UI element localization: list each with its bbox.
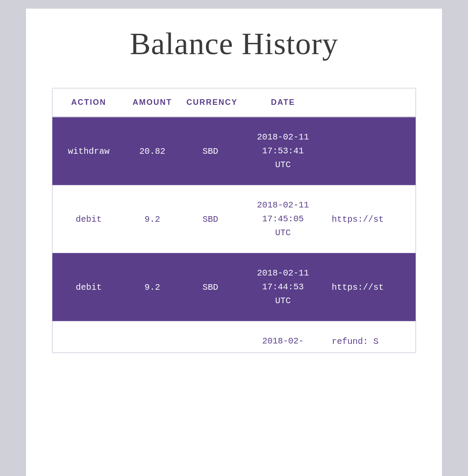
balance-history-table-wrapper: ACTION AMOUNT CURRENCY DATE withdraw20.8… <box>52 88 416 353</box>
header-date: DATE <box>241 88 325 117</box>
header-action: ACTION <box>52 88 125 117</box>
header-currency: CURRENCY <box>179 88 241 117</box>
cell-currency: SBD <box>179 117 241 185</box>
cell-action: debit <box>52 185 125 253</box>
cell-currency: SBD <box>179 185 241 253</box>
table-row: debit9.2SBD2018-02-11 17:45:05 UTChttps:… <box>52 185 416 253</box>
cell-date: 2018-02- <box>241 321 325 353</box>
cell-action: withdraw <box>52 117 125 185</box>
cell-amount: 9.2 <box>125 253 180 321</box>
cell-date: 2018-02-11 17:45:05 UTC <box>241 185 325 253</box>
page-title: Balance History <box>52 26 416 62</box>
cell-link[interactable]: https://st <box>325 253 416 321</box>
table-row: withdraw20.82SBD2018-02-11 17:53:41 UTC <box>52 117 416 185</box>
cell-date: 2018-02-11 17:53:41 UTC <box>241 117 325 185</box>
table-header: ACTION AMOUNT CURRENCY DATE <box>52 88 416 117</box>
cell-amount: 9.2 <box>125 185 180 253</box>
cell-link[interactable]: https://st <box>325 185 416 253</box>
cell-action <box>52 321 125 353</box>
table-row: debit9.2SBD2018-02-11 17:44:53 UTChttps:… <box>52 253 416 321</box>
page-container: Balance History ACTION AMOUNT CURRENCY D… <box>26 9 442 476</box>
cell-action: debit <box>52 253 125 321</box>
cell-currency: SBD <box>179 253 241 321</box>
cell-currency <box>179 321 241 353</box>
cell-amount <box>125 321 180 353</box>
cell-link[interactable]: refund: S <box>325 321 416 353</box>
table-row: 2018-02-refund: S <box>52 321 416 353</box>
header-link <box>325 88 416 117</box>
cell-amount: 20.82 <box>125 117 180 185</box>
cell-link <box>325 117 416 185</box>
header-amount: AMOUNT <box>125 88 180 117</box>
table-body: withdraw20.82SBD2018-02-11 17:53:41 UTCd… <box>52 117 416 353</box>
cell-date: 2018-02-11 17:44:53 UTC <box>241 253 325 321</box>
balance-history-table: ACTION AMOUNT CURRENCY DATE withdraw20.8… <box>52 88 416 353</box>
